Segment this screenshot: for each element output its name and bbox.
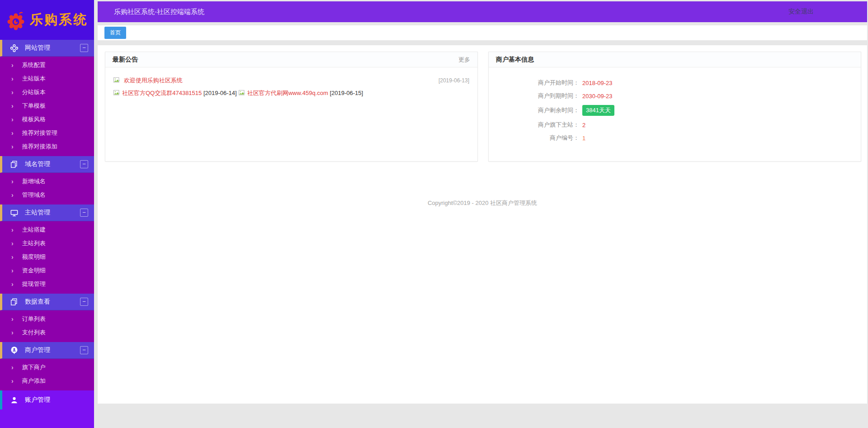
merchant-row-value: 1 bbox=[582, 135, 585, 142]
sidebar-item-label: 商户添加 bbox=[22, 377, 46, 385]
sidebar-item-4-1[interactable]: ›商户添加 bbox=[0, 374, 94, 388]
sidebar-item-0-0[interactable]: ›系统配置 bbox=[0, 58, 94, 72]
merchant-info-header: 商户基本信息 bbox=[489, 52, 861, 67]
chevron-right-icon: › bbox=[11, 240, 14, 247]
announcement-inline-1: 社区官方代刷网www.459q.com [2019-06-15] bbox=[239, 90, 363, 96]
merchant-row-3: 商户旗下主站：2 bbox=[489, 121, 861, 129]
collapse-minus-icon[interactable]: − bbox=[80, 298, 88, 306]
sidebar-item-1-0[interactable]: ›新增域名 bbox=[0, 175, 94, 188]
chevron-right-icon: › bbox=[11, 377, 14, 385]
chevron-right-icon: › bbox=[11, 253, 14, 261]
sidebar-item-2-3[interactable]: ›资金明细 bbox=[0, 264, 94, 277]
sidebar-item-2-1[interactable]: ›主站列表 bbox=[0, 237, 94, 250]
sidebar-item-3-0[interactable]: ›订单列表 bbox=[0, 312, 94, 326]
sidebar-section-header-0[interactable]: 网站管理− bbox=[0, 40, 94, 57]
sidebar-item-0-6[interactable]: ›推荐对接添加 bbox=[0, 140, 94, 153]
chevron-right-icon: › bbox=[11, 62, 14, 69]
sidebar-section-header-1[interactable]: 域名管理− bbox=[0, 156, 94, 173]
merchant-row-2: 商户剩余时间：3841天天 bbox=[489, 105, 861, 116]
sidebar-item-2-0[interactable]: ›主站搭建 bbox=[0, 223, 94, 237]
chevron-right-icon: › bbox=[11, 364, 14, 371]
sidebar-item-label: 资金明细 bbox=[22, 266, 46, 275]
merchant-info-title: 商户基本信息 bbox=[496, 56, 534, 64]
panels-row: 最新公告 更多 欢迎使用乐购社区系统 [2019-06-13] 社区官方QQ交流… bbox=[98, 45, 867, 162]
sidebar-submenu-4: ›旗下商户›商户添加 bbox=[0, 359, 94, 390]
announcement-link[interactable]: 欢迎使用乐购社区系统 bbox=[124, 77, 183, 84]
announcements-body: 欢迎使用乐购社区系统 [2019-06-13] 社区官方QQ交流群4743815… bbox=[105, 67, 477, 106]
sidebar-item-label: 额度明细 bbox=[22, 253, 46, 261]
announcement-link[interactable]: 社区官方代刷网www.459q.com bbox=[247, 90, 328, 96]
sidebar-item-label: 旗下商户 bbox=[22, 363, 46, 371]
merchant-row-value: 2 bbox=[582, 122, 585, 128]
sidebar-item-0-5[interactable]: ›推荐对接管理 bbox=[0, 126, 94, 140]
copyright-text: Copyright©2019 - 2020 社区商户管理系统 bbox=[98, 199, 867, 207]
announcement-date: [2019-06-15] bbox=[330, 90, 363, 96]
sidebar-item-label: 订单列表 bbox=[22, 315, 46, 323]
chevron-right-icon: › bbox=[11, 281, 14, 288]
remaining-days-badge: 3841天天 bbox=[582, 105, 614, 116]
collapse-minus-icon[interactable]: − bbox=[80, 209, 88, 217]
sidebar-item-account[interactable]: 账户管理 bbox=[0, 390, 94, 409]
sidebar-item-label: 推荐对接管理 bbox=[22, 129, 57, 137]
page-title: 乐购社区系统-社区控端端系统 bbox=[114, 8, 204, 16]
more-link[interactable]: 更多 bbox=[458, 56, 470, 64]
sidebar-item-2-2[interactable]: ›额度明细 bbox=[0, 250, 94, 264]
sidebar-item-label: 系统配置 bbox=[22, 61, 46, 69]
announcement-row: 欢迎使用乐购社区系统 [2019-06-13] bbox=[113, 76, 469, 85]
collapse-minus-icon[interactable]: − bbox=[80, 346, 88, 354]
sidebar-section-label: 数据查看 bbox=[25, 298, 50, 306]
sidebar-item-label: 主站列表 bbox=[22, 239, 46, 247]
main-area: 乐购社区系统-社区控端端系统 安全退出 首页 最新公告 更多 欢迎使用乐购社区系… bbox=[98, 1, 867, 404]
merchant-row-4: 商户编号：1 bbox=[489, 134, 861, 142]
sidebar-item-0-4[interactable]: ›模板风格 bbox=[0, 113, 94, 126]
sidebar: 乐购系统 网站管理−›系统配置›主站版本›分站版本›下单模板›模板风格›推荐对接… bbox=[0, 0, 94, 428]
chevron-right-icon: › bbox=[11, 315, 14, 323]
content-area: 最新公告 更多 欢迎使用乐购社区系统 [2019-06-13] 社区官方QQ交流… bbox=[98, 45, 867, 404]
sidebar-submenu-0: ›系统配置›主站版本›分站版本›下单模板›模板风格›推荐对接管理›推荐对接添加 bbox=[0, 57, 94, 156]
sidebar-item-label: 模板风格 bbox=[22, 115, 46, 124]
sidebar-section-header-2[interactable]: 主站管理− bbox=[0, 204, 94, 221]
announcement-date: [2019-06-13] bbox=[439, 77, 469, 84]
brand-text: 乐购系统 bbox=[30, 11, 88, 29]
sidebar-submenu-2: ›主站搭建›主站列表›额度明细›资金明细›提现管理 bbox=[0, 221, 94, 294]
tab-bar: 首页 bbox=[98, 25, 867, 40]
tab-home[interactable]: 首页 bbox=[104, 27, 126, 39]
sidebar-item-0-2[interactable]: ›分站版本 bbox=[0, 86, 94, 99]
merchant-row-label: 商户旗下主站： bbox=[489, 121, 579, 129]
sidebar-item-0-3[interactable]: ›下单模板 bbox=[0, 99, 94, 113]
user-icon bbox=[10, 395, 19, 404]
copy-icon bbox=[10, 297, 19, 306]
sidebar-item-4-0[interactable]: ›旗下商户 bbox=[0, 361, 94, 374]
logout-button[interactable]: 安全退出 bbox=[788, 8, 814, 16]
sidebar-item-label: 管理域名 bbox=[22, 191, 46, 199]
chevron-right-icon: › bbox=[11, 129, 14, 137]
chevron-right-icon: › bbox=[11, 267, 14, 274]
sidebar-section-header-4[interactable]: 商户管理− bbox=[0, 342, 94, 359]
announcement-link[interactable]: 社区官方QQ交流群474381515 bbox=[122, 90, 202, 96]
copy-icon bbox=[10, 160, 19, 169]
sidebar-item-label: 账户管理 bbox=[25, 396, 50, 404]
collapse-minus-icon[interactable]: − bbox=[80, 160, 88, 168]
collapse-minus-icon[interactable]: − bbox=[80, 44, 88, 52]
sidebar-item-3-1[interactable]: ›支付列表 bbox=[0, 326, 94, 339]
sidebar-item-2-4[interactable]: ›提现管理 bbox=[0, 277, 94, 291]
chevron-right-icon: › bbox=[11, 89, 14, 96]
merchant-info-body: 商户开始时间：2018-09-23商户到期时间：2030-09-23商户剩余时间… bbox=[489, 67, 861, 142]
sidebar-item-label: 提现管理 bbox=[22, 280, 46, 288]
sidebar-item-label: 主站版本 bbox=[22, 75, 46, 83]
sidebar-item-0-1[interactable]: ›主站版本 bbox=[0, 72, 94, 86]
sidebar-section-header-3[interactable]: 数据查看− bbox=[0, 294, 94, 310]
merchant-row-label: 商户开始时间： bbox=[489, 79, 579, 87]
sidebar-nav: 网站管理−›系统配置›主站版本›分站版本›下单模板›模板风格›推荐对接管理›推荐… bbox=[0, 40, 94, 409]
logo-gear-icon bbox=[5, 8, 28, 32]
chevron-right-icon: › bbox=[11, 116, 14, 123]
broken-image-icon bbox=[239, 90, 245, 97]
sidebar-item-label: 推荐对接添加 bbox=[22, 143, 57, 151]
announcements-header: 最新公告 更多 bbox=[105, 52, 477, 67]
sidebar-submenu-3: ›订单列表›支付列表 bbox=[0, 310, 94, 342]
sidebar-section-label: 域名管理 bbox=[25, 160, 50, 168]
chevron-right-icon: › bbox=[11, 329, 14, 336]
sidebar-item-1-1[interactable]: ›管理域名 bbox=[0, 188, 94, 202]
broken-image-icon bbox=[113, 78, 120, 85]
sidebar-item-label: 下单模板 bbox=[22, 102, 46, 110]
